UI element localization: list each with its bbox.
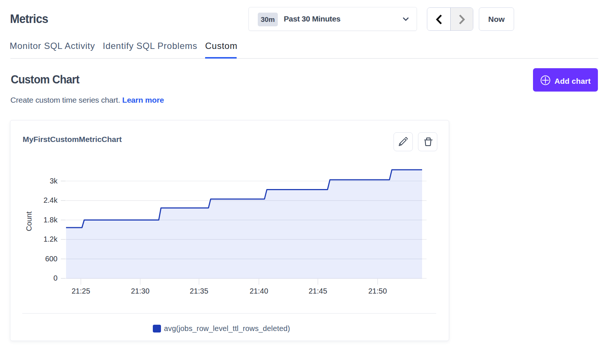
svg-text:3k: 3k bbox=[50, 177, 58, 185]
svg-text:1.8k: 1.8k bbox=[43, 216, 58, 224]
svg-text:1.2k: 1.2k bbox=[43, 235, 58, 243]
svg-text:600: 600 bbox=[45, 255, 57, 263]
svg-text:21:45: 21:45 bbox=[309, 287, 327, 295]
svg-text:21:30: 21:30 bbox=[131, 287, 149, 295]
svg-text:21:35: 21:35 bbox=[190, 287, 208, 295]
svg-text:21:40: 21:40 bbox=[250, 287, 268, 295]
svg-text:Count: Count bbox=[25, 211, 33, 231]
svg-text:21:25: 21:25 bbox=[72, 287, 90, 295]
svg-text:21:50: 21:50 bbox=[368, 287, 387, 295]
svg-text:2.4k: 2.4k bbox=[43, 196, 58, 204]
svg-text:0: 0 bbox=[53, 274, 57, 282]
